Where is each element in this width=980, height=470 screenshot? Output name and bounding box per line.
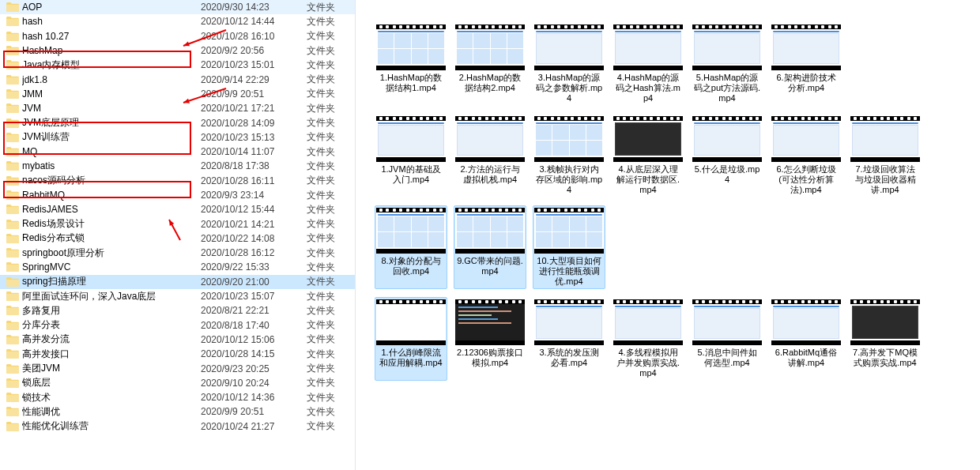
video-filename: 6.怎么判断垃圾(可达性分析算法).mp4 — [772, 164, 840, 195]
video-thumbnail[interactable]: 5.什么是垃圾.mp4 — [691, 114, 763, 197]
folder-icon — [6, 161, 19, 171]
video-filename: 7.高并发下MQ模式购票实战.mp4 — [851, 348, 919, 368]
folder-row[interactable]: 性能优化训练营2020/10/24 21:27文件夹 — [0, 419, 355, 434]
folder-name: mybatis — [22, 160, 201, 171]
folder-name: HashMap — [22, 45, 201, 56]
video-filename: 2.12306购票接口模拟.mp4 — [456, 348, 524, 368]
folder-name: RedisJAMES — [22, 204, 201, 215]
folder-icon — [6, 248, 19, 258]
video-thumbnail[interactable]: 6.RabbitMq通俗讲解.mp4 — [770, 297, 842, 381]
folder-row[interactable]: RedisJAMES2020/10/12 15:44文件夹 — [0, 202, 355, 216]
folder-name: jdk1.8 — [22, 74, 201, 85]
video-thumbnail[interactable]: 1.JVM的基础及入门.mp4 — [375, 114, 447, 197]
folder-row[interactable]: 高并发接口2020/10/28 14:15文件夹 — [0, 347, 355, 361]
folder-type: 文件夹 — [307, 58, 335, 72]
folder-row[interactable]: spring扫描原理2020/9/20 21:00文件夹 — [0, 275, 355, 289]
folder-type: 文件夹 — [307, 261, 335, 274]
video-filename: 6.架构进阶技术分析.mp4 — [772, 73, 840, 93]
folder-name: 高并发分流 — [22, 333, 201, 346]
folder-row[interactable]: JMM2020/9/9 20:51文件夹 — [0, 87, 355, 101]
folder-row[interactable]: Redis分布式锁2020/10/22 14:08文件夹 — [0, 231, 355, 246]
video-thumbnail[interactable]: 6.怎么判断垃圾(可达性分析算法).mp4 — [770, 114, 842, 197]
folder-row[interactable]: HashMap2020/9/2 20:56文件夹 — [0, 43, 355, 58]
video-film-icon — [534, 116, 604, 162]
folder-date: 2020/9/9 20:51 — [201, 88, 307, 100]
folder-type: 文件夹 — [307, 145, 335, 159]
folder-row[interactable]: Redis场景设计2020/10/21 14:21文件夹 — [0, 216, 355, 231]
folder-name: 高并发接口 — [22, 348, 201, 361]
folder-date: 2020/10/28 14:09 — [201, 118, 307, 129]
folder-icon — [6, 335, 19, 344]
video-thumbnail[interactable]: 3.栈帧执行对内存区域的影响.mp4 — [533, 114, 605, 197]
video-film-icon — [534, 299, 604, 345]
video-filename: 2.HashMap的数据结构2.mp4 — [456, 73, 524, 93]
video-film-icon — [455, 24, 525, 70]
folder-date: 2020/10/23 15:13 — [201, 132, 307, 143]
video-thumbnail[interactable]: 3.系统的发压测必看.mp4 — [533, 297, 605, 381]
video-thumbnail[interactable]: 5.消息中间件如何选型.mp4 — [691, 297, 763, 381]
folder-date: 2020/10/21 17:21 — [201, 103, 307, 114]
folder-row[interactable]: nacos源码分析2020/10/28 16:11文件夹 — [0, 174, 355, 188]
video-thumbnail[interactable]: 3.HashMap的源码之参数解析.mp4 — [533, 22, 605, 106]
folder-date: 2020/10/12 14:44 — [201, 16, 307, 27]
folder-row[interactable]: 锁底层2020/9/10 20:24文件夹 — [0, 376, 355, 390]
folder-name: Redis分布式锁 — [22, 231, 201, 245]
video-thumbnail[interactable]: 2.12306购票接口模拟.mp4 — [454, 297, 526, 381]
folder-row[interactable]: springboot原理分析2020/10/28 16:12文件夹 — [0, 246, 355, 260]
folder-row[interactable]: SpringMVC2020/9/22 15:33文件夹 — [0, 260, 355, 274]
video-thumbnail[interactable]: 7.垃圾回收算法与垃圾回收器精讲.mp4 — [849, 114, 922, 197]
folder-date: 2020/9/23 20:25 — [201, 363, 307, 374]
video-filename: 4.从底层深入理解运行时数据区.mp4 — [614, 164, 682, 195]
folder-name: hash — [22, 16, 201, 27]
folder-row[interactable]: mybatis2020/8/18 17:38文件夹 — [0, 159, 355, 173]
video-thumbnail[interactable]: 1.什么削峰限流和应用解耦.mp4 — [375, 297, 447, 381]
video-thumbnail[interactable]: 1.HashMap的数据结构1.mp4 — [375, 22, 447, 106]
video-film-icon — [613, 24, 683, 70]
video-thumbnail[interactable]: 2.HashMap的数据结构2.mp4 — [454, 22, 526, 106]
video-thumbnail[interactable]: 4.从底层深入理解运行时数据区.mp4 — [612, 114, 684, 197]
video-filename: 9.GC带来的问题.mp4 — [456, 256, 524, 276]
folder-icon — [6, 407, 19, 416]
folder-row[interactable]: 性能调优2020/9/9 20:51文件夹 — [0, 404, 355, 419]
folder-date: 2020/10/28 16:11 — [201, 175, 307, 186]
folder-row[interactable]: 美团JVM2020/9/23 20:25文件夹 — [0, 361, 355, 375]
video-thumbnail[interactable]: 6.架构进阶技术分析.mp4 — [770, 22, 842, 106]
folder-row[interactable]: RabbitMQ2020/9/3 23:14文件夹 — [0, 188, 355, 202]
thumbnail-row: 1.HashMap的数据结构1.mp42.HashMap的数据结构2.mp43.… — [375, 22, 972, 106]
folder-row[interactable]: MQ2020/10/14 11:07文件夹 — [0, 145, 355, 159]
folder-row[interactable]: AOP2020/9/30 14:23文件夹 — [0, 0, 355, 14]
folder-date: 2020/10/22 14:08 — [201, 233, 307, 244]
folder-row[interactable]: jdk1.82020/9/14 22:29文件夹 — [0, 72, 355, 86]
video-thumbnail[interactable]: 2.方法的运行与虚拟机栈.mp4 — [454, 114, 526, 197]
video-thumbnail[interactable]: 4.多线程模拟用户并发购票实战.mp4 — [612, 297, 684, 381]
video-film-icon — [455, 299, 525, 345]
video-filename: 6.RabbitMq通俗讲解.mp4 — [772, 348, 840, 368]
folder-icon — [6, 234, 19, 243]
folder-row[interactable]: hash 10.272020/10/28 16:10文件夹 — [0, 29, 355, 43]
video-thumbnail[interactable]: 7.高并发下MQ模式购票实战.mp4 — [849, 297, 922, 381]
folder-row[interactable]: 高并发分流2020/10/12 15:06文件夹 — [0, 333, 355, 347]
folder-date: 2020/9/3 23:14 — [201, 190, 307, 201]
video-thumbnail[interactable]: 10.大型项目如何进行性能瓶颈调优.mp4 — [533, 205, 605, 289]
video-thumbnail[interactable]: 9.GC带来的问题.mp4 — [454, 205, 526, 289]
folder-icon — [6, 118, 19, 128]
folder-row[interactable]: JVM2020/10/21 17:21文件夹 — [0, 101, 355, 115]
folder-row[interactable]: 多路复用2020/8/21 22:21文件夹 — [0, 303, 355, 318]
folder-row[interactable]: 分库分表2020/8/18 17:40文件夹 — [0, 318, 355, 333]
folder-icon — [6, 60, 19, 70]
folder-row[interactable]: Java内存模型2020/10/23 15:01文件夹 — [0, 58, 355, 72]
video-thumbnail[interactable]: 5.HashMap的源码之put方法源码.mp4 — [691, 22, 763, 106]
folder-name: JMM — [22, 88, 201, 100]
video-film-icon — [850, 116, 920, 162]
folder-row[interactable]: 阿里面试连环问，深入Java底层2020/10/23 15:07文件夹 — [0, 289, 355, 303]
folder-row[interactable]: JVM底层原理2020/10/28 14:09文件夹 — [0, 115, 355, 130]
folder-date: 2020/9/20 21:00 — [201, 276, 307, 288]
folder-name: 性能调优 — [22, 405, 201, 419]
folder-row[interactable]: JVM训练营2020/10/23 15:13文件夹 — [0, 130, 355, 145]
video-filename: 5.HashMap的源码之put方法源码.mp4 — [693, 73, 761, 103]
video-thumbnail[interactable]: 4.HashMap的源码之Hash算法.mp4 — [612, 22, 684, 106]
video-thumbnail[interactable]: 8.对象的分配与回收.mp4 — [375, 205, 447, 289]
folder-row[interactable]: 锁技术2020/10/12 14:36文件夹 — [0, 390, 355, 404]
folder-row[interactable]: hash2020/10/12 14:44文件夹 — [0, 14, 355, 28]
folder-type: 文件夹 — [307, 130, 335, 144]
